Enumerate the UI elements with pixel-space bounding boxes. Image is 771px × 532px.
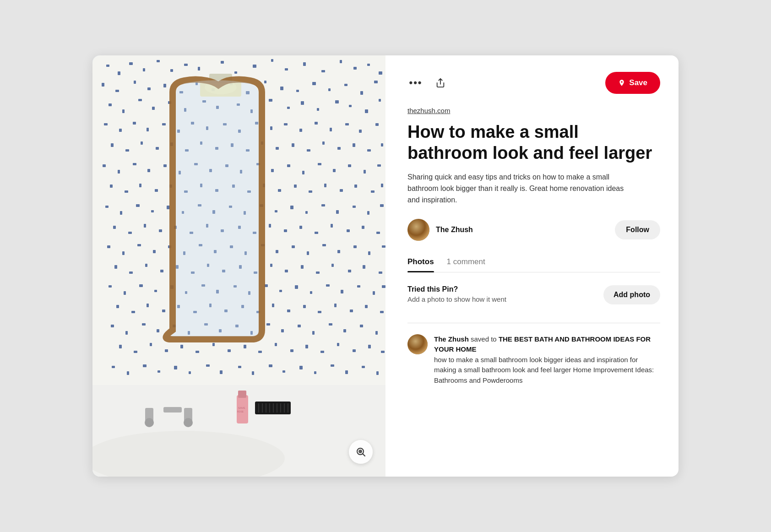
svg-rect-33: [312, 82, 316, 85]
svg-rect-189: [129, 271, 133, 274]
svg-rect-147: [336, 210, 339, 214]
svg-rect-70: [315, 122, 318, 125]
svg-rect-149: [367, 211, 369, 215]
svg-rect-108: [318, 163, 321, 165]
svg-rect-273: [305, 345, 308, 348]
svg-rect-11: [253, 65, 256, 68]
saved-activity-avatar[interactable]: [407, 334, 428, 354]
svg-rect-24: [163, 84, 166, 87]
svg-rect-2: [118, 71, 120, 75]
saved-activity-text: The Zhush saved to THE BEST BATH AND BAT…: [434, 334, 660, 386]
svg-rect-240: [350, 309, 353, 312]
svg-rect-135: [151, 210, 154, 212]
svg-rect-10: [234, 71, 237, 74]
svg-rect-268: [228, 349, 231, 352]
tab-photos[interactable]: Photos: [407, 257, 434, 272]
svg-rect-7: [184, 64, 188, 66]
saved-actor: The Zhush: [434, 335, 469, 343]
svg-rect-12: [271, 59, 273, 62]
svg-rect-161: [269, 224, 271, 228]
svg-rect-68: [284, 123, 288, 125]
svg-rect-308: [238, 391, 246, 398]
svg-rect-278: [381, 351, 385, 353]
svg-rect-164: [315, 232, 318, 234]
svg-rect-112: [377, 164, 381, 167]
svg-rect-131: [381, 184, 383, 187]
svg-rect-203: [348, 270, 351, 272]
svg-rect-1: [106, 65, 109, 67]
svg-rect-201: [316, 271, 320, 274]
svg-rect-128: [340, 189, 343, 192]
svg-rect-77: [141, 141, 143, 145]
svg-rect-20: [102, 83, 104, 87]
svg-rect-277: [368, 345, 371, 348]
svg-rect-221: [341, 290, 343, 293]
svg-rect-260: [375, 331, 378, 335]
svg-rect-253: [266, 323, 270, 326]
svg-rect-167: [362, 226, 364, 229]
svg-rect-22: [134, 81, 136, 84]
author-avatar[interactable]: [407, 219, 429, 241]
pin-title: How to make a small bathroom look and fe…: [407, 122, 660, 163]
svg-rect-16: [340, 60, 342, 63]
follow-button[interactable]: Follow: [615, 220, 660, 239]
pin-icon: [618, 79, 625, 87]
tab-comments[interactable]: 1 comment: [447, 257, 485, 272]
svg-rect-49: [287, 107, 290, 109]
top-actions-row: ••• Save: [407, 72, 660, 94]
svg-rect-186: [368, 251, 370, 255]
more-dots-icon: •••: [409, 77, 422, 89]
svg-rect-258: [343, 329, 346, 332]
svg-rect-13: [285, 68, 288, 71]
svg-rect-288: [252, 371, 254, 375]
svg-rect-281: [143, 364, 147, 367]
svg-rect-190: [145, 264, 147, 267]
add-photo-button[interactable]: Add photo: [603, 285, 660, 304]
svg-rect-187: [382, 245, 386, 248]
visual-search-icon: [355, 446, 366, 457]
svg-rect-98: [163, 164, 167, 167]
svg-rect-280: [127, 371, 129, 375]
svg-rect-242: [380, 311, 384, 313]
svg-rect-19: [379, 71, 382, 75]
svg-rect-57: [119, 129, 122, 132]
svg-rect-107: [302, 171, 304, 174]
svg-rect-225: [116, 305, 119, 308]
svg-rect-51: [317, 108, 319, 111]
svg-rect-180: [276, 250, 278, 253]
svg-rect-73: [359, 130, 362, 133]
svg-rect-4: [143, 68, 145, 71]
svg-rect-30: [264, 81, 266, 83]
more-options-button[interactable]: •••: [407, 75, 424, 91]
save-button[interactable]: Save: [605, 72, 660, 94]
svg-rect-59: [147, 128, 149, 131]
svg-rect-74: [375, 123, 379, 126]
svg-rect-55: [379, 99, 381, 102]
author-name: The Zhush: [436, 226, 473, 234]
svg-rect-31: [280, 87, 283, 90]
svg-rect-274: [320, 351, 324, 353]
svg-rect-95: [118, 170, 120, 174]
author-info: The Zhush: [407, 219, 473, 241]
svg-rect-191: [160, 270, 163, 272]
svg-rect-125: [294, 185, 297, 188]
visual-search-button[interactable]: [349, 440, 373, 464]
svg-rect-148: [353, 206, 356, 208]
svg-rect-52: [335, 100, 339, 103]
svg-rect-246: [157, 329, 159, 332]
svg-rect-154: [159, 229, 162, 232]
svg-rect-93: [381, 143, 383, 147]
pin-info-panel: ••• Save thezhush.com: [386, 55, 679, 477]
share-button[interactable]: [432, 75, 449, 91]
svg-rect-145: [305, 211, 308, 214]
svg-rect-256: [312, 331, 315, 335]
svg-rect-163: [299, 226, 302, 229]
svg-rect-209: [154, 290, 157, 292]
svg-rect-132: [105, 206, 109, 208]
svg-rect-114: [125, 190, 128, 193]
svg-rect-284: [189, 371, 191, 374]
svg-rect-198: [270, 264, 272, 267]
svg-rect-254: [281, 329, 284, 332]
svg-rect-259: [360, 325, 363, 327]
source-link[interactable]: thezhush.com: [407, 107, 660, 114]
